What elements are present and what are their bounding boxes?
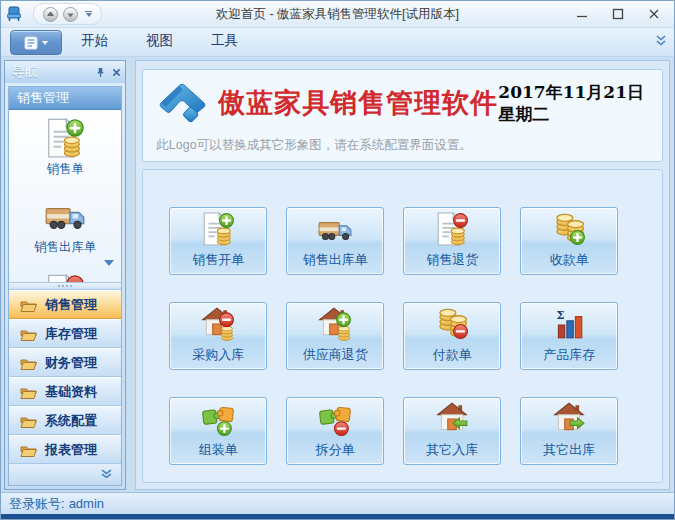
category-label: 财务管理 [45, 354, 97, 372]
login-account-value: admin [69, 496, 104, 511]
pin-icon[interactable] [96, 67, 105, 78]
nav-item-sales-return-partial[interactable] [9, 266, 121, 282]
folder-icon [20, 385, 37, 399]
nav-caption-bar: 导航 [5, 61, 125, 83]
content-area: 导航 销售管理 销售单 [1, 57, 674, 492]
nav-scroll-down-icon[interactable] [104, 260, 114, 266]
button-label: 销售出库单 [303, 251, 368, 269]
folder-icon [20, 414, 37, 428]
category-label: 库存管理 [45, 325, 97, 343]
quick-access-toolbar [33, 3, 102, 25]
folder-icon [20, 356, 37, 370]
button-label: 采购入库 [192, 346, 244, 364]
status-bar: 登录账号: admin [1, 492, 674, 514]
window-controls [564, 2, 672, 27]
button-label: 拆分单 [316, 441, 355, 459]
btn-receipt[interactable]: 收款单 [520, 207, 618, 275]
nav-up-button[interactable] [43, 7, 58, 22]
company-logo-icon [156, 79, 210, 127]
button-label: 销售退货 [426, 251, 478, 269]
application-menu-button[interactable] [10, 30, 62, 55]
tab-start[interactable]: 开始 [62, 27, 127, 56]
splitter-handle[interactable] [9, 282, 121, 290]
navigation-sidebar: 导航 销售管理 销售单 [4, 60, 126, 490]
category-label: 基础资料 [45, 383, 97, 401]
nav-item-list: 销售单 销售出库单 [9, 110, 121, 282]
tab-view[interactable]: 视图 [127, 27, 192, 56]
btn-product-stock[interactable]: 产品库存 [520, 302, 618, 370]
date-display: 2017年11月21日 星期二 [498, 81, 644, 125]
nav-item-sales-shipment[interactable]: 销售出库单 [9, 188, 121, 266]
nav-group-header: 销售管理 [9, 87, 121, 110]
sales-return-icon [45, 274, 85, 282]
btn-other-inbound[interactable]: 其它入库 [403, 397, 501, 465]
category-label: 报表管理 [45, 441, 97, 459]
login-account-label: 登录账号: [9, 495, 65, 513]
house-arrow-in-icon [435, 402, 469, 436]
folder-icon [20, 443, 37, 457]
btn-other-outbound[interactable]: 其它出库 [520, 397, 618, 465]
welcome-page: 傲蓝家具销售管理软件 2017年11月21日 星期二 此Logo可以替换成其它形… [135, 60, 670, 490]
sidebar-category-reports[interactable]: 报表管理 [9, 435, 121, 464]
app-chair-icon[interactable] [6, 5, 24, 23]
puzzle-minus-icon [318, 402, 352, 436]
folder-icon [20, 298, 37, 312]
title-bar: 欢迎首页 - 傲蓝家具销售管理软件[试用版本] [1, 1, 674, 28]
sidebar-category-finance[interactable]: 财务管理 [9, 348, 121, 377]
btn-assembly[interactable]: 组装单 [169, 397, 267, 465]
puzzle-plus-icon [201, 402, 235, 436]
doc-plus-coins-icon [201, 212, 235, 246]
doc-minus-coins-icon [435, 212, 469, 246]
button-label: 收款单 [550, 251, 589, 269]
nav-item-sales-order[interactable]: 销售单 [9, 110, 121, 188]
logo-header-panel: 傲蓝家具销售管理软件 2017年11月21日 星期二 此Logo可以替换成其它形… [142, 69, 663, 162]
button-label: 供应商退货 [303, 346, 368, 364]
btn-supplier-return[interactable]: 供应商退货 [286, 302, 384, 370]
customize-quick-access-icon[interactable] [85, 11, 92, 18]
sidebar-category-inventory[interactable]: 库存管理 [9, 319, 121, 348]
nav-title: 导航 [12, 63, 38, 81]
menu-list-icon [24, 36, 38, 50]
sidebar-category-basic-data[interactable]: 基础资料 [9, 377, 121, 406]
sidebar-category-system-config[interactable]: 系统配置 [9, 406, 121, 435]
folder-icon [20, 327, 37, 341]
button-label: 产品库存 [543, 346, 595, 364]
nav-panel: 销售管理 销售单 销售出库单 [8, 86, 122, 486]
date-line1: 2017年11月21日 [498, 81, 644, 103]
minimize-icon[interactable] [564, 2, 600, 27]
btn-purchase-inbound[interactable]: 采购入库 [169, 302, 267, 370]
collapse-ribbon-icon[interactable] [656, 35, 666, 47]
function-buttons-panel: 销售开单 销售出库单 销售退货 收款单 采购入库 [142, 169, 663, 483]
date-line2: 星期二 [498, 103, 644, 125]
button-label: 其它入库 [426, 441, 478, 459]
btn-sales-return[interactable]: 销售退货 [403, 207, 501, 275]
btn-payment[interactable]: 付款单 [403, 302, 501, 370]
button-label: 付款单 [433, 346, 472, 364]
house-minus-coins-icon [201, 307, 235, 341]
category-label: 销售管理 [45, 296, 97, 314]
logo-note: 此Logo可以替换成其它形象图，请在系统配置界面设置。 [156, 137, 471, 154]
btn-sales-shipment[interactable]: 销售出库单 [286, 207, 384, 275]
sidebar-category-sales[interactable]: 销售管理 [9, 290, 121, 319]
category-label: 系统配置 [45, 412, 97, 430]
nav-close-icon[interactable] [112, 68, 121, 77]
nav-item-label: 销售单 [46, 161, 84, 178]
app-window: 欢迎首页 - 傲蓝家具销售管理软件[试用版本] 开始 视图 工具 [0, 0, 675, 520]
nav-down-button[interactable] [63, 7, 78, 22]
button-label: 销售开单 [192, 251, 244, 269]
house-plus-coins-icon [318, 307, 352, 341]
button-label: 组装单 [199, 441, 238, 459]
maximize-icon[interactable] [600, 2, 636, 27]
category-overflow-area [9, 464, 121, 485]
logo-title: 傲蓝家具销售管理软件 [218, 85, 498, 121]
close-icon[interactable] [636, 2, 672, 27]
category-overflow-chevron-icon[interactable] [101, 469, 112, 478]
btn-sales-create-order[interactable]: 销售开单 [169, 207, 267, 275]
sales-order-icon [45, 118, 85, 158]
sigma-chart-icon [552, 307, 586, 341]
button-label: 其它出库 [543, 441, 595, 459]
tab-tools[interactable]: 工具 [192, 27, 257, 56]
btn-split[interactable]: 拆分单 [286, 397, 384, 465]
coins-minus-icon [435, 307, 469, 341]
window-bottom-edge [1, 514, 674, 519]
